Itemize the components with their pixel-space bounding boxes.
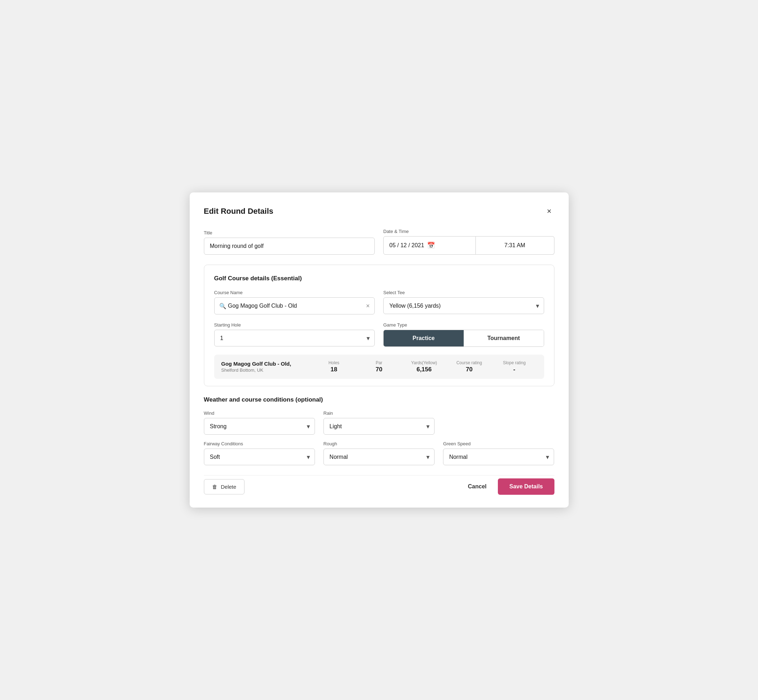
course-location: Shelford Bottom, UK — [221, 367, 312, 373]
starting-hole-dropdown[interactable]: 1234 5678 910 — [214, 330, 375, 347]
rain-wrap: NoneLightModerateHeavy ▾ — [324, 418, 434, 434]
course-name-label: Course Name — [214, 290, 375, 295]
weather-section-title: Weather and course conditions (optional) — [204, 396, 554, 403]
course-section-title: Golf Course details (Essential) — [214, 275, 544, 282]
game-type-toggle: Practice Tournament — [383, 330, 544, 347]
footer-right: Cancel Save Details — [465, 478, 554, 495]
time-value: 7:31 AM — [504, 242, 525, 248]
select-tee-wrap: Yellow (6,156 yards) White Red Blue ▾ — [383, 297, 544, 314]
rain-dropdown[interactable]: NoneLightModerateHeavy — [324, 418, 434, 434]
title-label: Title — [204, 230, 375, 236]
clear-icon[interactable]: × — [366, 302, 370, 310]
title-input[interactable] — [204, 238, 375, 255]
date-value: 05 / 12 / 2021 — [389, 242, 424, 248]
time-input-box[interactable]: 7:31 AM — [476, 236, 554, 255]
course-name-search-wrap: 🔍 × — [214, 297, 375, 314]
fairway-wrap: SoftNormalHard ▾ — [204, 448, 315, 465]
rain-field-group: Rain NoneLightModerateHeavy ▾ — [324, 411, 434, 434]
datetime-label: Date & Time — [383, 229, 554, 234]
green-speed-dropdown[interactable]: SlowNormalFastVery Fast — [443, 448, 554, 465]
select-tee-label: Select Tee — [383, 290, 544, 295]
rough-label: Rough — [324, 441, 434, 446]
cancel-button[interactable]: Cancel — [465, 479, 489, 494]
search-icon: 🔍 — [219, 303, 226, 309]
slope-rating-stat: Slope rating - — [492, 360, 537, 373]
course-name-field-group: Course Name 🔍 × — [214, 290, 375, 314]
rough-dropdown[interactable]: SoftNormalHard — [324, 448, 434, 465]
fairway-dropdown[interactable]: SoftNormalHard — [204, 448, 315, 465]
modal-footer: 🗑 Delete Cancel Save Details — [204, 475, 554, 495]
delete-label: Delete — [221, 484, 236, 490]
slope-rating-label: Slope rating — [492, 360, 537, 365]
course-info-name: Gog Magog Golf Club - Old, Shelford Bott… — [221, 361, 312, 373]
rough-wrap: SoftNormalHard ▾ — [324, 448, 434, 465]
starting-hole-wrap: 1234 5678 910 ▾ — [214, 330, 375, 347]
green-speed-field-group: Green Speed SlowNormalFastVery Fast ▾ — [443, 441, 554, 465]
course-rating-value: 70 — [446, 366, 492, 373]
delete-button[interactable]: 🗑 Delete — [204, 479, 244, 494]
weather-section: Weather and course conditions (optional)… — [204, 396, 554, 465]
course-name-display: Gog Magog Golf Club - Old, — [221, 361, 312, 367]
rough-field-group: Rough SoftNormalHard ▾ — [324, 441, 434, 465]
rain-label: Rain — [324, 411, 434, 416]
select-tee-dropdown[interactable]: Yellow (6,156 yards) White Red Blue — [383, 297, 544, 314]
calendar-icon: 📅 — [427, 242, 435, 249]
fairway-rough-green-row: Fairway Conditions SoftNormalHard ▾ Roug… — [204, 441, 554, 465]
modal-header: Edit Round Details × — [204, 205, 554, 217]
datetime-row: 05 / 12 / 2021 📅 7:31 AM — [383, 236, 554, 255]
starting-hole-field-group: Starting Hole 1234 5678 910 ▾ — [214, 322, 375, 347]
wind-label: Wind — [204, 411, 315, 416]
fairway-field-group: Fairway Conditions SoftNormalHard ▾ — [204, 441, 315, 465]
green-speed-label: Green Speed — [443, 441, 554, 446]
yards-label: Yards(Yellow) — [401, 360, 446, 365]
game-type-label: Game Type — [383, 322, 544, 328]
par-label: Par — [357, 360, 402, 365]
green-speed-wrap: SlowNormalFastVery Fast ▾ — [443, 448, 554, 465]
wind-rain-row: Wind CalmLightModerateStrongVery Strong … — [204, 411, 554, 434]
course-info-row: Gog Magog Golf Club - Old, Shelford Bott… — [214, 355, 544, 379]
datetime-field-group: Date & Time 05 / 12 / 2021 📅 7:31 AM — [383, 229, 554, 255]
starting-hole-label: Starting Hole — [214, 322, 375, 328]
yards-value: 6,156 — [401, 366, 446, 373]
game-type-field-group: Game Type Practice Tournament — [383, 322, 544, 347]
close-button[interactable]: × — [544, 205, 554, 217]
course-rating-stat: Course rating 70 — [446, 360, 492, 373]
yards-stat: Yards(Yellow) 6,156 — [401, 360, 446, 373]
modal-title: Edit Round Details — [204, 207, 274, 216]
course-name-tee-row: Course Name 🔍 × Select Tee Yellow (6,156… — [214, 290, 544, 314]
starting-hole-game-type-row: Starting Hole 1234 5678 910 ▾ Game Type … — [214, 322, 544, 347]
wind-wrap: CalmLightModerateStrongVery Strong ▾ — [204, 418, 315, 434]
top-row: Title Date & Time 05 / 12 / 2021 📅 7:31 … — [204, 229, 554, 255]
select-tee-field-group: Select Tee Yellow (6,156 yards) White Re… — [383, 290, 544, 314]
wind-dropdown[interactable]: CalmLightModerateStrongVery Strong — [204, 418, 315, 434]
title-field-group: Title — [204, 230, 375, 255]
wind-field-group: Wind CalmLightModerateStrongVery Strong … — [204, 411, 315, 434]
course-name-input[interactable] — [214, 297, 375, 314]
date-input-box[interactable]: 05 / 12 / 2021 📅 — [383, 236, 476, 255]
fairway-label: Fairway Conditions — [204, 441, 315, 446]
course-rating-label: Course rating — [446, 360, 492, 365]
par-value: 70 — [357, 366, 402, 373]
trash-icon: 🗑 — [212, 484, 218, 490]
holes-value: 18 — [312, 366, 357, 373]
edit-round-modal: Edit Round Details × Title Date & Time 0… — [190, 192, 568, 508]
tournament-button[interactable]: Tournament — [464, 330, 544, 347]
save-button[interactable]: Save Details — [498, 478, 554, 495]
holes-label: Holes — [312, 360, 357, 365]
practice-button[interactable]: Practice — [384, 330, 464, 347]
course-section: Golf Course details (Essential) Course N… — [204, 265, 554, 386]
slope-rating-value: - — [492, 366, 537, 373]
holes-stat: Holes 18 — [312, 360, 357, 373]
par-stat: Par 70 — [357, 360, 402, 373]
